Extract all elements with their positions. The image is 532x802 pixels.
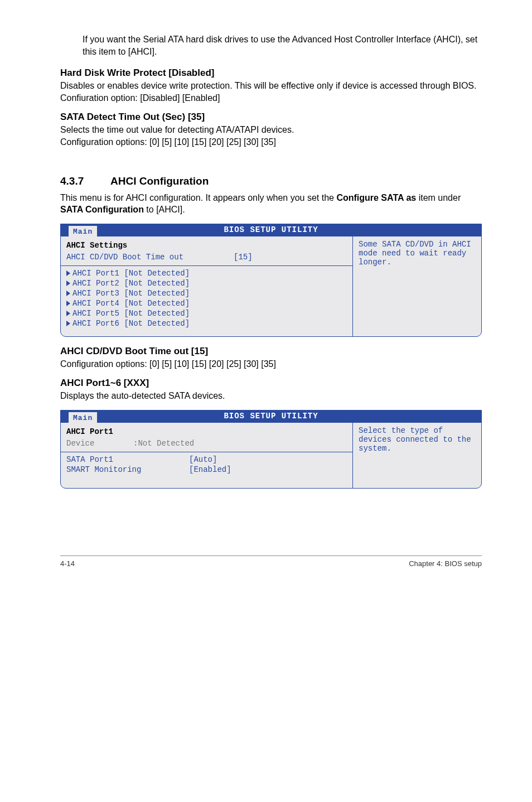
section-title: AHCI Configuration [110,175,209,187]
bios-title: BIOS SETUP UTILITY [224,412,318,421]
bios-row-sata-port1[interactable]: SATA Port1 [Auto] [66,455,347,465]
chevron-right-icon [66,301,70,306]
bios-label: AHCI CD/DVD Boot Time out [66,253,234,262]
bios-value: :Not Detected [133,439,347,448]
chevron-right-icon [66,281,70,286]
bios-tab-main[interactable]: Main [69,226,97,236]
bios-value: [Auto] [189,455,347,464]
bios-port-label: AHCI Port4 [Not Detected] [72,299,190,308]
bios-port-label: AHCI Port5 [Not Detected] [72,309,190,318]
bios-title: BIOS SETUP UTILITY [224,225,318,234]
bios-submenu-port4[interactable]: AHCI Port4 [Not Detected] [66,298,347,308]
divider [61,265,352,266]
bios-port-label: AHCI Port6 [Not Detected] [72,319,190,328]
sata-detect-body: Selects the time out value for detecting… [60,124,482,148]
bios-submenu-port5[interactable]: AHCI Port5 [Not Detected] [66,308,347,318]
bios-port-label: AHCI Port2 [Not Detected] [72,279,190,288]
bios-help-pane: Some SATA CD/DVD in AHCI mode need to wa… [353,236,481,336]
bios-titlebar: BIOS SETUP UTILITY Main [61,224,481,236]
bios-label: SMART Monitoring [66,465,189,474]
section-number: 4.3.7 [60,175,110,187]
bios-submenu-port1[interactable]: AHCI Port1 [Not Detected] [66,268,347,278]
page-footer: 4-14 Chapter 4: BIOS setup [60,555,482,568]
bios-row-device: Device :Not Detected [66,438,347,448]
bios-submenu-port6[interactable]: AHCI Port6 [Not Detected] [66,318,347,328]
bios-titlebar: BIOS SETUP UTILITY Main [61,410,481,423]
bios-value: [Enabled] [189,465,347,474]
sata-detect-heading: SATA Detect Time Out (Sec) [35] [60,112,482,123]
intro-paragraph: If you want the Serial ATA hard disk dri… [83,33,482,57]
chevron-right-icon [66,291,70,296]
bios-submenu-port3[interactable]: AHCI Port3 [Not Detected] [66,288,347,298]
ahci-boot-body: Configuration options: [0] [5] [10] [15]… [60,358,482,370]
hd-write-heading: Hard Disk Write Protect [Disabled] [60,67,482,79]
divider [61,452,352,452]
bios-section-title: AHCI Port1 [66,426,347,438]
section-heading: 4.3.7AHCI Configuration [60,175,482,187]
ahci-port-body: Displays the auto-detected SATA devices. [60,390,482,402]
bios-label: Device [66,439,133,448]
ahci-boot-heading: AHCI CD/DVD Boot Time out [15] [60,346,482,357]
bios-port-label: AHCI Port1 [Not Detected] [72,269,190,278]
bios-section-title: AHCI Settings [66,240,347,252]
page-number: 4-14 [60,559,75,568]
bios-panel-ahci-port1: BIOS SETUP UTILITY Main AHCI Port1 Devic… [60,410,482,489]
section-intro-d: SATA Configuration [60,205,144,214]
bios-tab-main[interactable]: Main [69,412,97,423]
bios-left-pane: AHCI Port1 Device :Not Detected SATA Por… [61,423,353,488]
ahci-port-heading: AHCI Port1~6 [XXX] [60,378,482,389]
bios-left-pane: AHCI Settings AHCI CD/DVD Boot Time out … [61,236,353,336]
bios-row-boot-timeout[interactable]: AHCI CD/DVD Boot Time out [15] [66,252,347,262]
bios-value: [15] [234,253,347,262]
bios-submenu-port2[interactable]: AHCI Port2 [Not Detected] [66,278,347,288]
hd-write-body: Disables or enables device write protect… [60,80,482,104]
section-intro-a: This menu is for AHCI configuration. It … [60,193,336,202]
bios-help-pane: Select the type of devices connected to … [353,423,481,488]
section-intro: This menu is for AHCI configuration. It … [60,192,482,216]
section-intro-e: to [AHCI]. [144,205,185,214]
chevron-right-icon [66,311,70,316]
chevron-right-icon [66,321,70,326]
bios-port-label: AHCI Port3 [Not Detected] [72,289,190,298]
bios-row-smart-monitoring[interactable]: SMART Monitoring [Enabled] [66,465,347,475]
section-intro-b: Configure SATA as [336,193,416,202]
bios-panel-ahci-settings: BIOS SETUP UTILITY Main AHCI Settings AH… [60,224,482,337]
section-intro-c: item under [416,193,461,202]
chevron-right-icon [66,270,70,276]
chapter-label: Chapter 4: BIOS setup [409,559,482,568]
bios-label: SATA Port1 [66,455,189,464]
